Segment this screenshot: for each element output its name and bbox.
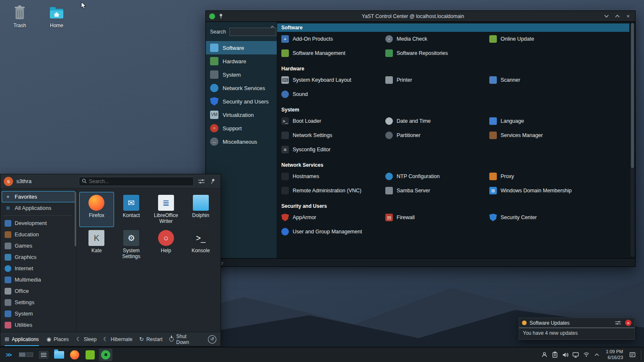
module-system-keyboard-layout[interactable]: ⌨System Keyboard Layout (281, 76, 385, 84)
sidebar-item-utilities[interactable]: Utilities (0, 319, 76, 331)
module-boot-loader[interactable]: >_Boot Loader (281, 117, 385, 125)
input-method-icon[interactable] (540, 350, 549, 359)
yast-scrollbar[interactable] (631, 23, 634, 257)
module-software-management[interactable]: Software Management (281, 49, 385, 57)
pin-launcher-icon[interactable] (209, 177, 217, 186)
volume-icon[interactable] (561, 350, 570, 359)
module-remote-administration-vnc[interactable]: Remote Administration (VNC) (281, 187, 385, 194)
yast-category-support[interactable]: ○Support (206, 122, 277, 135)
sidebar-item-development[interactable]: Development (0, 217, 76, 229)
expand-tray-icon[interactable] (592, 350, 601, 359)
desktop-icon-trash[interactable]: Trash (5, 5, 34, 28)
hibernate-button[interactable]: ☾Hibernate (103, 336, 132, 342)
minimize-button[interactable] (602, 13, 610, 20)
footer-tab-places[interactable]: ◉Places (47, 332, 69, 346)
module-apparmor[interactable]: AppArmor (281, 214, 385, 221)
sidebar-item-office[interactable]: Office (0, 285, 76, 297)
desktop-2[interactable] (26, 352, 33, 357)
module-printer[interactable]: Printer (385, 76, 489, 84)
yast-category-miscellaneous[interactable]: …Miscellaneous (206, 135, 277, 148)
module-software-repositories[interactable]: Software Repositories (385, 49, 489, 57)
module-media-check[interactable]: ◦Media Check (385, 35, 489, 43)
notifications-panel-icon[interactable] (628, 350, 637, 359)
sidebar-item-games[interactable]: Games (0, 240, 76, 251)
sidebar-item-favorites[interactable]: ★Favorites (2, 191, 75, 202)
module-security-center[interactable]: Security Center (489, 214, 625, 221)
pin-window-icon[interactable] (218, 13, 223, 20)
yast-titlebar[interactable]: YaST Control Center @ localhost.localdom… (206, 11, 635, 22)
app-kontact[interactable]: ✉Kontact (114, 192, 149, 227)
category-scrollbar[interactable] (75, 192, 76, 246)
notification-close-icon[interactable]: × (625, 320, 631, 326)
module-language[interactable]: Language (489, 117, 625, 125)
app-system-settings[interactable]: ⚙System Settings (114, 227, 149, 262)
module-services-manager[interactable]: Services Manager (489, 132, 625, 139)
module-online-update[interactable]: Online Update (489, 35, 625, 43)
module-hostnames[interactable]: Hostnames (281, 173, 385, 180)
virtual-desktop-pager[interactable] (19, 352, 33, 357)
module-network-settings[interactable]: Network Settings (281, 132, 385, 139)
module-scanner[interactable]: Scanner (489, 76, 625, 84)
app-help[interactable]: ○Help (149, 227, 184, 262)
task-terminal[interactable] (37, 349, 50, 361)
yast-category-security-and-users[interactable]: Security and Users (206, 95, 277, 108)
task-firefox[interactable] (68, 349, 81, 361)
sidebar-item-system[interactable]: System (0, 308, 76, 319)
yast-category-system[interactable]: System (206, 68, 277, 81)
app-dolphin[interactable]: Dolphin (183, 192, 218, 227)
close-button[interactable]: × (624, 13, 632, 20)
module-firewall[interactable]: ▤Firewall (385, 214, 489, 221)
configure-icon[interactable] (197, 177, 205, 186)
scrollbar-thumb[interactable] (631, 23, 634, 168)
module-samba-server[interactable]: Samba Server (385, 187, 489, 194)
maximize-button[interactable] (613, 13, 621, 20)
yast-category-hardware[interactable]: Hardware (206, 54, 277, 68)
app-kate[interactable]: KKate (79, 227, 114, 262)
app-konsole[interactable]: >_Konsole (183, 227, 218, 262)
desktop-1[interactable] (19, 352, 26, 357)
app-firefox[interactable]: Firefox (79, 192, 114, 227)
yast-category-network-services[interactable]: Network Services (206, 81, 277, 95)
username: s3thra (16, 178, 31, 184)
task-yast[interactable] (99, 349, 112, 361)
sleep-button[interactable]: ☾Sleep (76, 336, 96, 342)
desktop-icon-home[interactable]: Home (42, 5, 71, 28)
module-add-on-products[interactable]: +Add-On Products (281, 35, 385, 43)
display-icon[interactable] (571, 350, 580, 359)
app-libreoffice-writer[interactable]: ≣LibreOffice Writer (149, 192, 184, 227)
module-ntp-configuration[interactable]: NTP Configuration (385, 173, 489, 180)
module-user-and-group-management[interactable]: User and Group Management (281, 228, 385, 235)
yast-search-input[interactable] (229, 28, 276, 36)
sidebar-item-internet[interactable]: Internet (0, 263, 76, 274)
footer-tab-applications[interactable]: ⊞Applications (5, 332, 39, 346)
sidebar-item-graphics[interactable]: Graphics (0, 251, 76, 263)
launcher-search-box[interactable] (79, 177, 194, 186)
sidebar-item-settings[interactable]: Settings (0, 297, 76, 308)
sidebar-collapse-icon[interactable] (270, 24, 274, 29)
module-date-and-time[interactable]: Date and Time (385, 117, 489, 125)
yast-category-software[interactable]: Software (206, 41, 277, 54)
module-sysconfig-editor[interactable]: ≡Sysconfig Editor (281, 146, 385, 153)
clipboard-icon[interactable] (550, 350, 559, 359)
task-dolphin[interactable] (52, 349, 66, 361)
shut-down-button[interactable]: Shut Down (169, 334, 200, 345)
network-icon[interactable] (582, 350, 591, 359)
module-windows-domain-membership[interactable]: ⊞Windows Domain Membership (489, 187, 625, 194)
user-avatar[interactable]: s (4, 177, 13, 186)
notification-configure-icon[interactable] (614, 319, 622, 327)
launcher-search-input[interactable] (89, 178, 191, 184)
module-sound[interactable]: Sound (281, 90, 385, 98)
restart-button[interactable]: ↻Restart (139, 336, 163, 342)
digital-clock[interactable]: 1:09 PM 6/16/23 (606, 349, 623, 361)
task-software[interactable] (83, 349, 97, 361)
sidebar-item-education[interactable]: Education (0, 229, 76, 240)
application-launcher-button[interactable]: >> (2, 349, 15, 361)
sidebar-item-all-applications[interactable]: ⊞All Applications (0, 202, 76, 214)
show-desktop-button[interactable] (640, 349, 642, 361)
module-partitioner[interactable]: Partitioner (385, 132, 489, 139)
sidebar-item-multimedia[interactable]: Multimedia (0, 274, 76, 285)
yast-category-virtualization[interactable]: VMVirtualization (206, 108, 277, 122)
module-proxy[interactable]: Proxy (489, 173, 625, 180)
leave-button[interactable]: ↺ (208, 335, 216, 344)
system-keyboard-layout-icon: ⌨ (281, 76, 289, 84)
